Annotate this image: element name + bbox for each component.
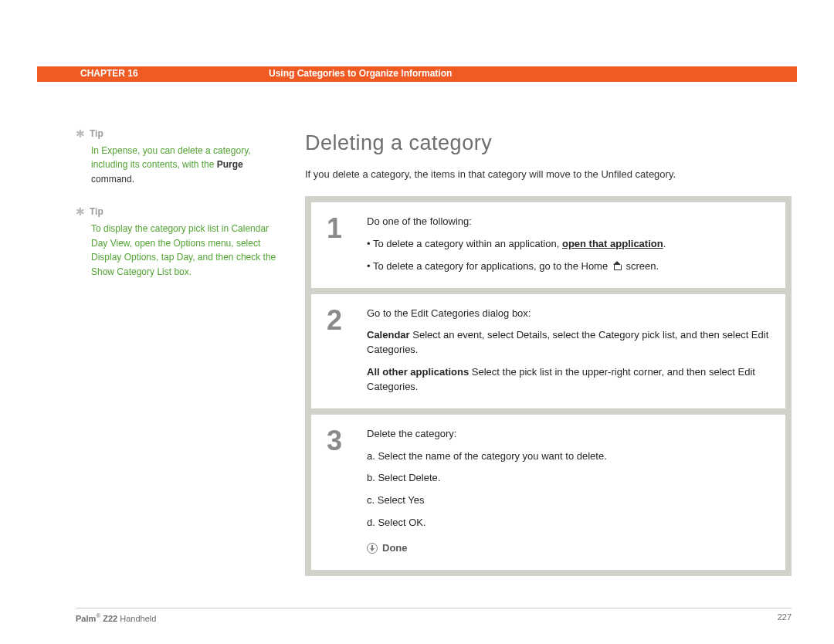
tip-block: ✱Tip In Expense, you can delete a catego… — [76, 125, 276, 186]
page-title: Deleting a category — [305, 128, 792, 158]
step-text: Calendar Select an event, select Details… — [367, 328, 770, 358]
asterisk-icon: ✱ — [76, 126, 85, 143]
asterisk-icon: ✱ — [76, 204, 85, 221]
tip-body: To display the category pick list in Cal… — [91, 222, 276, 279]
footer-brand-bold: Palm — [76, 614, 96, 623]
step-text: To delete a category within an applicati… — [373, 238, 562, 249]
footer-suffix: Handheld — [117, 614, 156, 623]
step-subitem: b. Select Delete. — [367, 471, 770, 486]
step-rest: Select an event, select Details, select … — [367, 329, 768, 355]
step-number: 3 — [327, 427, 367, 556]
header-band: CHAPTER 16 Using Categories to Organize … — [37, 66, 797, 82]
tip-label: Tip — [90, 127, 103, 141]
home-icon — [612, 261, 622, 270]
step-subitem: c. Select Yes — [367, 493, 770, 508]
page-number: 227 — [778, 612, 792, 625]
step-text: . — [663, 238, 666, 249]
done-line: Done — [367, 541, 770, 556]
step-row: 3 Delete the category: a. Select the nam… — [311, 415, 785, 570]
chapter-topic: Using Categories to Organize Information — [269, 67, 452, 80]
intro-text: If you delete a category, the items in t… — [305, 168, 792, 182]
step-number: 2 — [327, 307, 367, 395]
down-arrow-icon — [367, 543, 378, 554]
tip-text-tail: command. — [91, 174, 134, 185]
done-text: Done — [382, 542, 408, 554]
steps-container: 1 Do one of the following: To delete a c… — [305, 196, 792, 576]
step-text: screen. — [623, 260, 659, 272]
footer-brand: Palm® Z22 Handheld — [76, 612, 156, 625]
footer: Palm® Z22 Handheld 227 — [76, 608, 792, 625]
step-content: Delete the category: a. Select the name … — [367, 427, 770, 556]
step-content: Go to the Edit Categories dialog box: Ca… — [367, 307, 770, 395]
step-text: To delete a category for applications, g… — [373, 260, 611, 272]
main-content: Deleting a category If you delete a cate… — [305, 128, 792, 576]
sidebar-tips: ✱Tip In Expense, you can delete a catego… — [76, 125, 276, 297]
step-bullet: To delete a category within an applicati… — [367, 237, 770, 252]
step-number: 1 — [327, 215, 367, 274]
step-text: Do one of the following: — [367, 215, 770, 229]
tip-block: ✱Tip To display the category pick list i… — [76, 203, 276, 279]
tip-text-bold: Purge — [217, 159, 243, 170]
chapter-label: CHAPTER 16 — [80, 67, 138, 80]
step-subitem: d. Select OK. — [367, 516, 770, 530]
step-row: 2 Go to the Edit Categories dialog box: … — [311, 294, 785, 408]
step-text: Go to the Edit Categories dialog box: — [367, 307, 770, 321]
step-subitem: a. Select the name of the category you w… — [367, 449, 770, 464]
step-lead: Calendar — [367, 329, 410, 341]
tip-body: In Expense, you can delete a category, i… — [91, 144, 276, 187]
step-text: All other applications Select the pick l… — [367, 365, 770, 395]
footer-model: Z22 — [100, 614, 117, 623]
step-text: Delete the category: — [367, 427, 770, 442]
step-row: 1 Do one of the following: To delete a c… — [311, 202, 785, 288]
tip-text: To display the category pick list in Cal… — [91, 223, 276, 277]
tip-label: Tip — [90, 205, 103, 219]
step-content: Do one of the following: To delete a cat… — [367, 215, 770, 274]
step-lead: All other applications — [367, 366, 469, 378]
step-bullet: To delete a category for applications, g… — [367, 259, 770, 274]
link-open-application[interactable]: open that application — [562, 238, 663, 249]
